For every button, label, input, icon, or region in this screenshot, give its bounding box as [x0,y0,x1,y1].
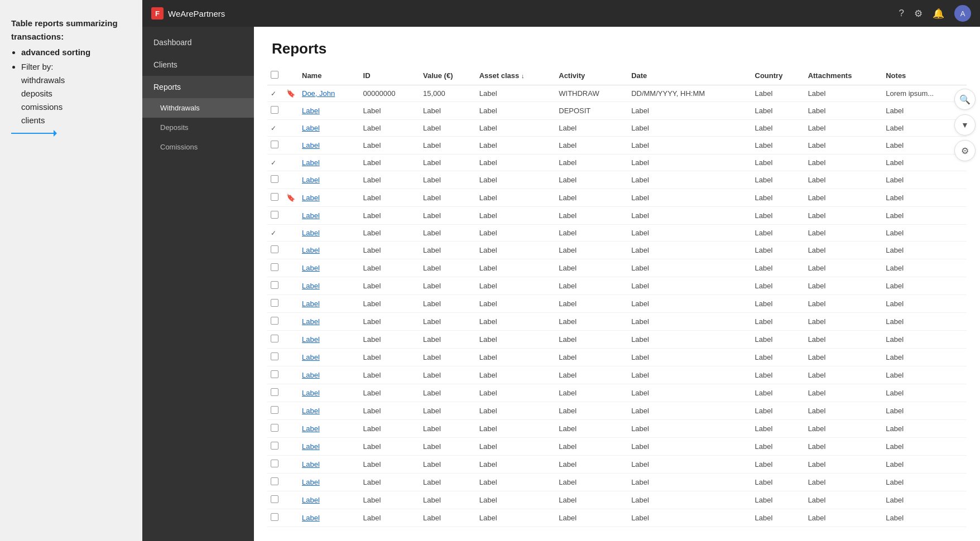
col-name[interactable]: Name [299,66,360,85]
select-all-checkbox[interactable] [271,71,278,79]
row-name[interactable]: Label [299,331,360,349]
row-bookmark[interactable] [283,349,299,366]
row-name[interactable]: Label [299,189,360,207]
row-checkbox[interactable] [267,207,283,225]
row-name[interactable]: Label [299,313,360,331]
row-checkbox[interactable] [267,349,283,366]
row-bookmark[interactable] [283,456,299,474]
row-checkbox[interactable] [267,171,283,189]
row-checkbox[interactable] [267,474,283,491]
row-name[interactable]: Label [299,456,360,474]
row-name[interactable]: Label [299,154,360,171]
row-bookmark[interactable] [283,295,299,313]
row-bookmark[interactable] [283,384,299,402]
row-checkbox[interactable] [267,313,283,331]
row-name[interactable]: Label [299,438,360,456]
row-checkbox[interactable] [267,366,283,384]
row-checkbox[interactable] [267,259,283,277]
row-bookmark[interactable] [283,438,299,456]
row-checkbox[interactable]: ✓ [267,85,283,102]
row-bookmark[interactable] [283,120,299,137]
row-bookmark[interactable]: 🔖 [283,189,299,207]
row-name[interactable]: Label [299,207,360,225]
sidebar-item-reports[interactable]: Reports [142,76,254,98]
col-id[interactable]: ID [360,66,420,85]
row-bookmark[interactable] [283,366,299,384]
row-name[interactable]: Label [299,509,360,527]
row-name[interactable]: Label [299,259,360,277]
row-name[interactable]: Label [299,366,360,384]
row-name[interactable]: Label [299,491,360,509]
settings-icon[interactable]: ⚙ [914,8,923,20]
row-name[interactable]: Label [299,474,360,491]
row-checkbox[interactable] [267,102,283,120]
filter-action-button[interactable]: ▼ [954,114,976,136]
row-checkbox[interactable] [267,241,283,259]
row-bookmark[interactable] [283,259,299,277]
row-bookmark[interactable] [283,171,299,189]
row-value: Label [420,313,476,331]
row-bookmark[interactable] [283,420,299,438]
row-bookmark[interactable] [283,137,299,154]
row-checkbox[interactable] [267,509,283,527]
row-checkbox[interactable] [267,137,283,154]
row-checkbox[interactable] [267,491,283,509]
col-country[interactable]: Country [752,66,805,85]
row-bookmark[interactable] [283,207,299,225]
row-checkbox[interactable] [267,420,283,438]
row-name[interactable]: Label [299,384,360,402]
row-name[interactable]: Label [299,120,360,137]
row-name[interactable]: Label [299,225,360,241]
row-checkbox[interactable]: ✓ [267,120,283,137]
row-name[interactable]: Label [299,241,360,259]
row-checkbox[interactable] [267,438,283,456]
sidebar-sub-comissions[interactable]: Comissions [142,137,254,157]
row-value: Label [420,456,476,474]
row-bookmark[interactable] [283,241,299,259]
col-attachments[interactable]: Attachments [805,66,883,85]
col-asset-class[interactable]: Asset class ↓ [476,66,556,85]
row-bookmark[interactable] [283,474,299,491]
table-container[interactable]: Name ID Value (€) Asset class ↓ Activity… [254,66,980,541]
sidebar-item-dashboard[interactable]: Dashboard [142,31,254,54]
notification-icon[interactable]: 🔔 [933,8,944,20]
settings-action-button[interactable]: ⚙ [954,140,976,161]
row-bookmark[interactable] [283,402,299,420]
avatar[interactable]: A [954,5,971,22]
row-bookmark[interactable]: 🔖 [283,85,299,102]
row-name[interactable]: Doe, John [299,85,360,102]
col-value[interactable]: Value (€) [420,66,476,85]
row-checkbox[interactable]: ✓ [267,154,283,171]
row-bookmark[interactable] [283,154,299,171]
sidebar-sub-deposits[interactable]: Deposits [142,118,254,137]
row-bookmark[interactable] [283,313,299,331]
row-name[interactable]: Label [299,295,360,313]
row-name[interactable]: Label [299,402,360,420]
row-checkbox[interactable] [267,295,283,313]
sidebar-sub-withdrawals[interactable]: Withdrawals [142,98,254,118]
row-checkbox[interactable] [267,189,283,207]
row-name[interactable]: Label [299,277,360,295]
row-checkbox[interactable] [267,331,283,349]
row-bookmark[interactable] [283,277,299,295]
row-checkbox[interactable] [267,277,283,295]
col-notes[interactable]: Notes [882,66,967,85]
row-checkbox[interactable] [267,402,283,420]
row-bookmark[interactable] [283,331,299,349]
help-icon[interactable]: ? [899,8,904,19]
search-action-button[interactable]: 🔍 [954,89,976,110]
row-checkbox[interactable]: ✓ [267,225,283,241]
row-name[interactable]: Label [299,420,360,438]
row-name[interactable]: Label [299,171,360,189]
row-checkbox[interactable] [267,456,283,474]
col-activity[interactable]: Activity [555,66,628,85]
sidebar-item-clients[interactable]: Clients [142,54,254,76]
row-name[interactable]: Label [299,349,360,366]
row-bookmark[interactable] [283,509,299,527]
row-bookmark[interactable] [283,225,299,241]
row-name[interactable]: Label [299,102,360,120]
row-name[interactable]: Label [299,137,360,154]
row-bookmark[interactable] [283,491,299,509]
col-date[interactable]: Date [628,66,751,85]
row-checkbox[interactable] [267,384,283,402]
